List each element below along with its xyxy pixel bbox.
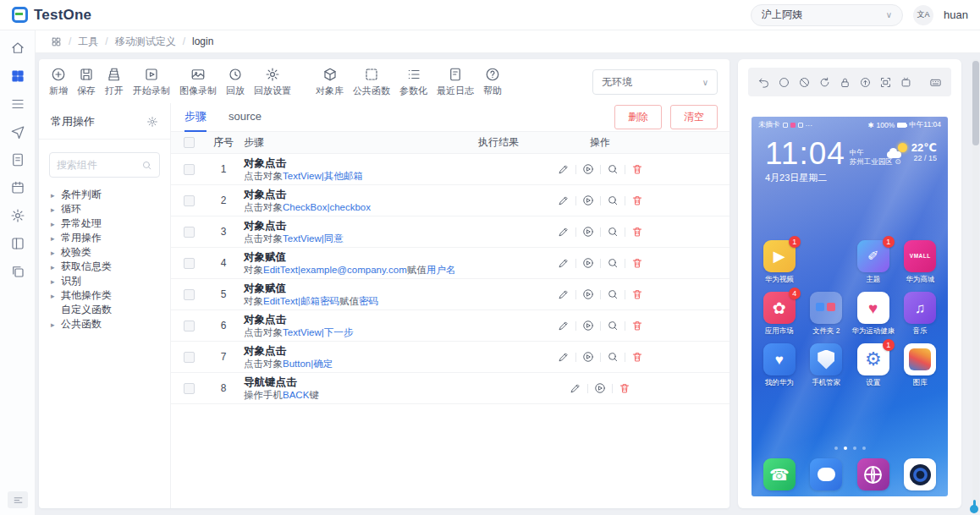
tree-item[interactable]: ▸循环 <box>51 202 165 216</box>
tree-item[interactable]: ▸校验类 <box>51 245 165 260</box>
toolbar-button-record[interactable]: 开始录制 <box>133 67 170 97</box>
object-link[interactable]: 用户名 <box>427 265 456 275</box>
object-link[interactable]: CheckBox|checkbox <box>283 202 371 212</box>
page-dot[interactable] <box>862 447 866 450</box>
row-checkbox[interactable] <box>184 164 195 175</box>
trash-icon[interactable] <box>631 163 643 175</box>
tree-item[interactable]: ▸识别 <box>51 274 165 288</box>
rail-icon-gear[interactable] <box>10 208 25 223</box>
rotate-icon[interactable] <box>900 76 912 89</box>
edit-icon[interactable] <box>558 320 570 331</box>
edit-icon[interactable] <box>558 288 570 300</box>
object-link[interactable]: EditText|example@company.com <box>263 265 407 275</box>
toolbar-button-image[interactable]: 图像录制 <box>179 67 217 97</box>
circle-icon[interactable] <box>778 76 790 89</box>
edit-icon[interactable] <box>558 226 570 238</box>
ban-icon[interactable] <box>798 76 811 89</box>
edit-icon[interactable] <box>558 257 570 269</box>
row-checkbox[interactable] <box>184 227 195 238</box>
app-icon-phone[interactable]: ☎ <box>763 458 796 490</box>
trash-icon[interactable] <box>631 194 643 206</box>
page-dot[interactable] <box>853 447 856 450</box>
object-link[interactable]: TextView|下一步 <box>283 327 353 337</box>
edit-icon[interactable] <box>558 194 570 206</box>
rail-icon-list[interactable] <box>10 96 25 112</box>
search-icon[interactable] <box>607 226 619 238</box>
app-icon-phone-manager[interactable] <box>810 343 842 375</box>
search-icon[interactable] <box>607 194 619 206</box>
translate-icon[interactable]: 文A <box>913 5 933 25</box>
page-dot[interactable] <box>834 447 838 450</box>
search-icon[interactable] <box>607 288 619 300</box>
toolbar-button-save[interactable]: 保存 <box>77 67 96 97</box>
app-icon-folder-2[interactable] <box>810 292 842 324</box>
app-icon-browser[interactable] <box>857 458 889 490</box>
app-icon-messages[interactable] <box>810 458 842 490</box>
object-link[interactable]: TextView|同意 <box>283 233 344 244</box>
tree-item[interactable]: ▸条件判断 <box>51 188 165 202</box>
play-icon[interactable] <box>582 257 594 269</box>
play-icon[interactable] <box>582 320 594 331</box>
trash-icon[interactable] <box>631 320 643 331</box>
row-checkbox[interactable] <box>184 258 195 269</box>
undo-icon[interactable] <box>757 76 770 89</box>
collapse-sidebar-button[interactable] <box>8 491 28 508</box>
search-icon[interactable] <box>607 257 619 269</box>
object-link[interactable]: Button|确定 <box>283 359 333 369</box>
rail-icon-split[interactable] <box>10 236 25 251</box>
app-icon-health[interactable]: ♥ <box>857 292 889 324</box>
search-icon[interactable] <box>141 160 152 171</box>
row-checkbox[interactable] <box>184 383 195 394</box>
select-all-checkbox[interactable] <box>184 137 195 148</box>
search-icon[interactable] <box>607 163 619 175</box>
tree-item[interactable]: ▸其他操作类 <box>51 288 165 303</box>
row-checkbox[interactable] <box>184 321 195 331</box>
object-link[interactable]: EditText|邮箱密码 <box>263 296 339 306</box>
toolbar-button-cube[interactable]: 对象库 <box>316 67 344 97</box>
play-icon[interactable] <box>582 288 594 300</box>
play-icon[interactable] <box>582 163 594 175</box>
keyboard-icon[interactable] <box>929 76 942 89</box>
toolbar-button-gear[interactable]: 回放设置 <box>254 67 291 97</box>
toolbar-button-help[interactable]: 帮助 <box>483 67 502 97</box>
trash-icon[interactable] <box>631 288 643 300</box>
edit-icon[interactable] <box>558 351 570 363</box>
breadcrumb-item[interactable]: 移动测试定义 <box>115 35 176 49</box>
search-input[interactable] <box>57 159 141 171</box>
search-icon[interactable] <box>607 351 619 363</box>
toolbar-button-log[interactable]: 最近日志 <box>437 67 474 97</box>
toolbar-button-func[interactable]: 公共函数 <box>353 67 390 97</box>
rail-icon-calendar[interactable] <box>10 180 25 195</box>
rail-icon-home[interactable] <box>10 41 25 56</box>
app-icon-settings[interactable]: ⚙1 <box>857 343 889 375</box>
org-select[interactable]: 沪上阿姨 ∨ <box>751 4 903 26</box>
scan-icon[interactable] <box>879 76 892 89</box>
edit-icon[interactable] <box>558 163 570 175</box>
tab-source[interactable]: source <box>228 103 262 132</box>
trash-icon[interactable] <box>631 351 643 363</box>
trash-icon[interactable] <box>619 382 630 394</box>
lock-icon[interactable] <box>839 76 851 89</box>
row-checkbox[interactable] <box>184 352 195 363</box>
play-icon[interactable] <box>582 194 594 206</box>
page-dot[interactable] <box>844 447 847 450</box>
tree-item[interactable]: ▸获取信息类 <box>51 260 165 274</box>
username[interactable]: huan <box>944 8 968 21</box>
object-link[interactable]: BACK <box>283 390 309 400</box>
play-icon[interactable] <box>594 382 606 394</box>
refresh-icon[interactable] <box>818 76 831 89</box>
search-icon[interactable] <box>607 320 619 331</box>
tab-步骤[interactable]: 步骤 <box>184 103 206 132</box>
rail-icon-windows[interactable] <box>10 264 25 279</box>
tree-item[interactable]: 自定义函数 <box>51 303 165 317</box>
toolbar-button-open[interactable]: 打开 <box>105 67 124 97</box>
trash-icon[interactable] <box>631 257 643 269</box>
row-checkbox[interactable] <box>184 289 195 300</box>
tree-item[interactable]: ▸公共函数 <box>51 317 165 331</box>
toolbar-button-plus[interactable]: 新增 <box>49 67 68 97</box>
tree-item[interactable]: ▸常用操作 <box>51 231 165 245</box>
environment-select[interactable]: 无环境 ∨ <box>592 69 718 95</box>
app-icon-huawei-video[interactable]: ▶1 <box>763 240 796 272</box>
edit-icon[interactable] <box>570 382 581 394</box>
row-checkbox[interactable] <box>184 195 195 206</box>
